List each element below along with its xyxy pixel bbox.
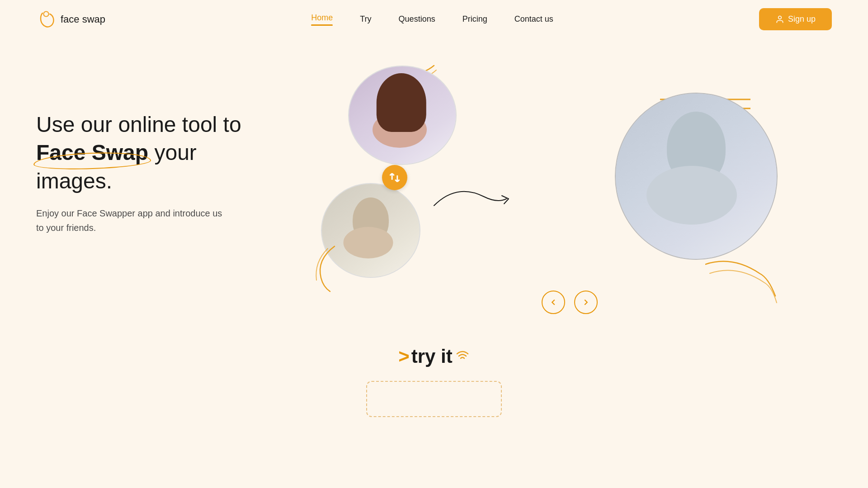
hero-subtitle: Enjoy our Face Swapper app and introduce… xyxy=(36,206,226,235)
user-icon xyxy=(775,15,784,24)
nav-links: Home Try Questions Pricing Contact us xyxy=(311,13,553,26)
nav-home[interactable]: Home xyxy=(311,13,333,26)
photo-card-woman xyxy=(348,66,457,165)
nav-try[interactable]: Try xyxy=(360,14,371,23)
nav-questions[interactable]: Questions xyxy=(399,14,435,23)
hair-woman xyxy=(377,73,426,132)
hero-images xyxy=(307,56,832,319)
try-it-label: >try it xyxy=(0,346,868,367)
try-it-text: try it xyxy=(411,346,453,367)
logo-icon xyxy=(36,9,56,29)
deco-lines-bottom-right xyxy=(705,251,778,305)
face-result-bg xyxy=(616,94,777,259)
navbar: face swap Home Try Questions Pricing Con… xyxy=(0,0,868,38)
try-it-section: >try it xyxy=(0,319,868,431)
next-arrow-button[interactable] xyxy=(574,291,598,314)
nav-pricing[interactable]: Pricing xyxy=(462,14,487,23)
logo-text: face swap xyxy=(61,14,105,25)
hero-title: Use our online tool to Face Swap your im… xyxy=(36,111,271,195)
hero-section: Use our online tool to Face Swap your im… xyxy=(0,38,868,319)
swap-button[interactable] xyxy=(382,165,407,190)
chevron-right-icon xyxy=(581,297,591,307)
prev-arrow-button[interactable] xyxy=(542,291,565,314)
swap-icon xyxy=(388,171,401,184)
arrow-decoration xyxy=(429,178,520,215)
highlight-face-swap: Face Swap xyxy=(36,139,148,167)
upload-area-hint[interactable] xyxy=(366,381,502,417)
try-it-arrow: > xyxy=(398,346,410,367)
logo[interactable]: face swap xyxy=(36,9,105,29)
signup-button[interactable]: Sign up xyxy=(759,8,832,30)
nav-contact[interactable]: Contact us xyxy=(514,14,553,23)
deco-lines-bottom-left xyxy=(307,242,344,296)
wifi-icon xyxy=(455,344,470,366)
hero-text: Use our online tool to Face Swap your im… xyxy=(36,56,271,235)
photo-card-result xyxy=(615,93,778,260)
face-woman-bg xyxy=(349,66,456,164)
nav-arrows xyxy=(542,291,598,314)
chevron-left-icon xyxy=(548,297,558,307)
svg-point-0 xyxy=(778,16,782,19)
